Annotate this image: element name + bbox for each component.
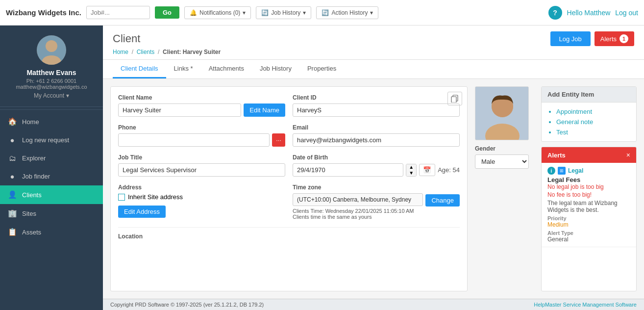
priority-value: Medium (547, 221, 630, 228)
svg-point-1 (46, 40, 57, 52)
copy-button[interactable] (447, 92, 462, 105)
footer-copyright: Copyright PRD Software © 1997-2025 (ver … (110, 302, 264, 308)
job-title-group: Job Title (118, 154, 285, 177)
client-form: Client Name Edit Name Client ID Phone (110, 86, 468, 291)
alert-type-value: General (547, 236, 630, 243)
svg-rect-4 (451, 97, 456, 103)
bell-icon: 🔔 (190, 9, 197, 16)
sidebar-profile: Matthew Evans Ph: +61 2 6266 0001 matthe… (0, 26, 103, 107)
action-history-button[interactable]: 🔄 Action History ▾ (316, 6, 378, 19)
change-timezone-button[interactable]: Change (425, 194, 460, 207)
assets-icon: 📋 (7, 228, 17, 236)
sidebar-item-explorer[interactable]: 🗂 Explorer (0, 149, 103, 167)
edit-address-button[interactable]: Edit Address (118, 206, 166, 218)
footer-link[interactable]: HelpMaster Service Management Software (534, 302, 637, 308)
add-entity-header: Add Entity Item (542, 87, 636, 103)
timezone-label: Time zone (293, 184, 460, 191)
right-panels: Add Entity Item Appointment General note… (541, 86, 637, 291)
my-account-link[interactable]: My Account ▾ (34, 92, 69, 99)
age-text: Age: 54 (438, 166, 460, 174)
circle-icon: ● (7, 136, 17, 144)
sidebar-item-assets[interactable]: 📋 Assets (0, 223, 103, 241)
dob-group: Date of Birth ▲ ▼ 📅 Age: 54 (293, 154, 460, 177)
gender-select[interactable]: Male Female Other (475, 155, 529, 169)
add-entity-panel: Add Entity Item Appointment General note… (541, 86, 637, 142)
profile-phone: Ph: +61 2 6266 0001 (26, 78, 76, 84)
phone-dots-button[interactable]: ··· (272, 133, 285, 147)
page-header: Client Log Job Alerts 1 Home / Clients /… (103, 26, 644, 60)
chevron-down-icon: ▾ (370, 9, 373, 16)
sidebar-item-clients[interactable]: 👤 Clients (0, 185, 103, 204)
chevron-down-icon: ▾ (303, 9, 306, 16)
alerts-side-panel: Alerts × i ⊞ Legal Legal Fees No legal j… (541, 147, 637, 291)
alert-item: i ⊞ Legal Legal Fees No legal job is too… (542, 163, 636, 247)
gender-group: Gender Male Female Other (475, 145, 534, 169)
phone-group: Phone ··· (118, 124, 285, 147)
timezone-box: (UTC+10:00) Canberra, Melbourne, Sydney (293, 193, 423, 206)
chevron-down-icon: ▾ (66, 92, 69, 99)
sidebar: Matthew Evans Ph: +61 2 6266 0001 matthe… (0, 26, 103, 310)
client-name-group: Client Name Edit Name (118, 94, 285, 117)
chevron-down-icon: ▾ (243, 9, 246, 16)
person-icon: 👤 (7, 190, 17, 199)
address-label: Address (118, 184, 285, 191)
info-icon: i (547, 167, 555, 175)
job-title-input[interactable] (118, 163, 285, 177)
sidebar-item-log-new-request[interactable]: ● Log new request (0, 131, 103, 149)
client-id-group: Client ID (293, 94, 460, 117)
alerts-button[interactable]: Alerts 1 (594, 31, 634, 46)
timezone-group: Time zone (UTC+10:00) Canberra, Melbourn… (293, 184, 460, 220)
circle-icon: ● (7, 172, 17, 181)
tab-links[interactable]: Links * (166, 60, 201, 78)
alerts-panel-close-button[interactable]: × (626, 151, 630, 159)
tabs-bar: Client Details Links * Attachments Job H… (103, 60, 644, 79)
tab-client-details[interactable]: Client Details (113, 60, 166, 78)
footer: Copyright PRD Software © 1997-2025 (ver … (103, 299, 644, 310)
notifications-button[interactable]: 🔔 Notifications (0) ▾ (184, 6, 251, 19)
location-label: Location (118, 233, 143, 240)
job-history-button[interactable]: 🔄 Job History ▾ (256, 6, 311, 19)
breadcrumb-home[interactable]: Home (113, 49, 128, 55)
log-job-button[interactable]: Log Job (550, 31, 591, 46)
sidebar-item-sites[interactable]: 🏢 Sites (0, 204, 103, 223)
sidebar-item-job-finder[interactable]: ● Job finder (0, 167, 103, 185)
page-title: Client (113, 32, 140, 45)
sidebar-item-home[interactable]: 🏠 Home (0, 112, 103, 131)
logout-button[interactable]: Log out (615, 9, 638, 17)
breadcrumb: Home / Clients / Client: Harvey Suiter (113, 49, 634, 55)
alert-category: Legal (568, 167, 583, 174)
alert-type-label: Alert Type (547, 230, 630, 236)
help-button[interactable]: ? (548, 6, 562, 20)
tab-job-history[interactable]: Job History (252, 60, 299, 78)
job-search-input[interactable] (86, 6, 150, 19)
entity-item-general-note[interactable]: General note (556, 117, 630, 127)
entity-item-appointment[interactable]: Appointment (556, 106, 630, 117)
dob-input[interactable] (293, 163, 403, 177)
content-area: Client Log Job Alerts 1 Home / Clients /… (103, 26, 644, 310)
hello-text: Hello Matthew (567, 9, 611, 17)
clients-time: Clients Time: Wednesday 22/01/2025 11:05… (293, 208, 423, 214)
dob-down-button[interactable]: ▼ (406, 170, 416, 176)
main-layout: Matthew Evans Ph: +61 2 6266 0001 matthe… (0, 26, 644, 310)
dob-label: Date of Birth (293, 154, 460, 161)
profile-email: matthew@wizbangwidgets.co (16, 84, 87, 90)
edit-name-button[interactable]: Edit Name (244, 103, 285, 117)
phone-input[interactable] (118, 133, 270, 147)
go-button[interactable]: Go (155, 6, 179, 19)
header-buttons: Log Job Alerts 1 (550, 31, 635, 46)
job-title-label: Job Title (118, 154, 285, 161)
dob-up-button[interactable]: ▲ (406, 164, 416, 170)
client-name-input[interactable] (118, 103, 241, 117)
breadcrumb-clients[interactable]: Clients (137, 49, 155, 55)
client-id-label: Client ID (293, 94, 460, 101)
calendar-button[interactable]: 📅 (419, 164, 435, 176)
client-photo (475, 86, 529, 140)
brand-name: Wizbang Widgets Inc. (6, 8, 81, 17)
tab-attachments[interactable]: Attachments (201, 60, 252, 78)
client-name-label: Client Name (118, 94, 285, 101)
entity-item-test[interactable]: Test (556, 127, 630, 137)
email-input[interactable] (293, 133, 460, 147)
inherit-checkbox[interactable] (118, 194, 125, 201)
tab-properties[interactable]: Properties (299, 60, 344, 78)
client-id-input[interactable] (293, 103, 460, 117)
